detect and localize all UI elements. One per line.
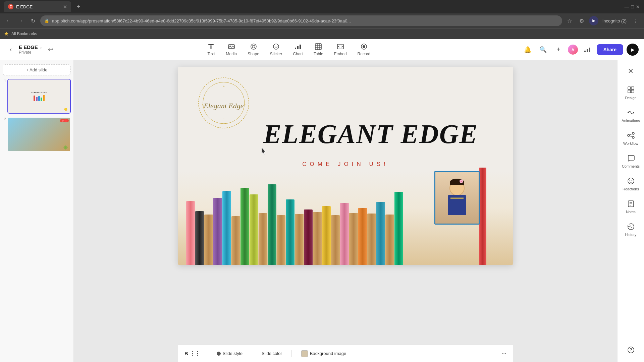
browser-controls: ← → ↻ 🔒 app.pitch.com/app/presentation/5… bbox=[0, 13, 644, 28]
toolbar: Text Media Shape bbox=[61, 41, 516, 58]
extensions-btn[interactable]: ⚙ bbox=[577, 16, 586, 25]
search-btn[interactable]: 🔍 bbox=[537, 44, 549, 56]
share-button[interactable]: Share bbox=[597, 44, 623, 55]
svg-point-41 bbox=[631, 180, 632, 181]
slide-style-icon bbox=[217, 352, 221, 356]
svg-rect-8 bbox=[297, 46, 299, 49]
svg-point-32 bbox=[628, 112, 629, 113]
tool-media[interactable]: Media bbox=[221, 41, 241, 58]
slide-canvas[interactable]: ✦ ✦ ✦ ✦ Elegant Edge ELEGANT EDGE COME bbox=[178, 67, 513, 265]
svg-point-17 bbox=[363, 45, 365, 48]
browser-tab[interactable]: E E EDGE ✕ bbox=[4, 1, 71, 12]
svg-rect-20 bbox=[589, 48, 590, 52]
svg-text:Elegant Edge: Elegant Edge bbox=[203, 102, 244, 110]
sidebar-item-help[interactable]: ? bbox=[619, 342, 643, 358]
svg-line-37 bbox=[630, 134, 632, 135]
tab-close-btn[interactable]: ✕ bbox=[63, 4, 67, 9]
reactions-label: Reactions bbox=[623, 187, 639, 191]
tool-chart[interactable]: Chart bbox=[288, 41, 308, 58]
more-options-btn[interactable]: ··· bbox=[501, 350, 506, 357]
background-image-label: Background image bbox=[310, 351, 346, 356]
add-slide-btn[interactable]: + Add slide bbox=[3, 64, 71, 75]
new-tab-btn[interactable]: + bbox=[74, 2, 83, 11]
svg-rect-18 bbox=[584, 51, 586, 52]
minimize-btn[interactable]: — bbox=[625, 4, 629, 9]
svg-point-6 bbox=[273, 44, 279, 49]
tool-text[interactable]: Text bbox=[202, 41, 220, 58]
bold-indicator: B ⋮⋮ bbox=[184, 350, 200, 357]
menu-btn[interactable]: ⋮ bbox=[631, 16, 640, 25]
background-image-btn[interactable]: Background image bbox=[299, 349, 349, 358]
forward-btn[interactable]: → bbox=[16, 16, 25, 25]
url-text: app.pitch.com/app/presentation/58f67c22-… bbox=[52, 18, 558, 23]
slide-color-btn[interactable]: Slide color bbox=[259, 350, 285, 357]
sidebar-item-animations[interactable]: Animations bbox=[619, 105, 643, 126]
profile-btn[interactable]: In bbox=[589, 16, 598, 25]
sidebar-item-comments[interactable]: Comments bbox=[619, 150, 643, 172]
reload-btn[interactable]: ↻ bbox=[28, 16, 38, 25]
project-chevron-icon[interactable]: ⌄ bbox=[39, 45, 43, 50]
slide-style-label: Slide style bbox=[223, 351, 243, 356]
sidebar-item-workflow[interactable]: Workflow bbox=[619, 127, 643, 149]
animations-icon bbox=[626, 108, 636, 117]
slide-number-2: 2 bbox=[4, 117, 6, 121]
svg-point-5 bbox=[252, 45, 255, 48]
undo-btn[interactable]: ↩ bbox=[45, 44, 56, 55]
sidebar-item-notes[interactable]: Notes bbox=[619, 196, 643, 217]
history-label: History bbox=[625, 233, 636, 237]
animations-label: Animations bbox=[622, 119, 640, 123]
svg-rect-19 bbox=[587, 49, 588, 52]
bookmarks-bar: ★ All Bookmarks bbox=[0, 28, 644, 39]
profile-count: Incognito (2) bbox=[601, 18, 628, 23]
tool-embed[interactable]: Embed bbox=[329, 41, 352, 58]
bookmarks-label[interactable]: All Bookmarks bbox=[9, 32, 40, 36]
back-btn[interactable]: ← bbox=[4, 16, 13, 25]
play-presentation-btn[interactable]: ▶ bbox=[627, 44, 639, 56]
project-info: E EDGE ⌄ Private bbox=[19, 44, 43, 55]
maximize-btn[interactable]: □ bbox=[631, 4, 634, 9]
svg-point-33 bbox=[633, 112, 634, 113]
comments-icon bbox=[626, 154, 636, 163]
app-header: ‹ E EDGE ⌄ Private ↩ Text bbox=[0, 39, 644, 60]
slide-style-btn[interactable]: Slide style bbox=[214, 350, 245, 357]
tool-table[interactable]: Table bbox=[309, 41, 328, 58]
help-btn-container: ? bbox=[619, 342, 643, 358]
svg-point-39 bbox=[628, 178, 634, 184]
right-sidebar: ✕ Design Animations bbox=[617, 60, 644, 362]
user-avatar: A bbox=[568, 45, 578, 55]
slide-thumb-1[interactable]: ELEGANT EDGE 🙂 bbox=[7, 79, 71, 114]
workflow-icon bbox=[626, 131, 636, 140]
tool-record[interactable]: Record bbox=[353, 41, 375, 58]
sticker-figure[interactable]: 🌸 bbox=[434, 171, 480, 225]
slide-item-2[interactable]: 2 ✳️ bbox=[3, 117, 71, 152]
notification-btn[interactable]: 🔔 bbox=[522, 44, 534, 56]
sidebar-close-btn[interactable]: ✕ bbox=[624, 64, 638, 78]
divider-1 bbox=[207, 350, 207, 357]
close-btn[interactable]: ✕ bbox=[636, 4, 640, 9]
canvas-area: ✦ ✦ ✦ ✦ Elegant Edge ELEGANT EDGE COME bbox=[74, 60, 617, 362]
slide-item-1[interactable]: 1 ELEGANT EDGE bbox=[3, 79, 71, 114]
tool-sticker[interactable]: Sticker bbox=[265, 41, 287, 58]
design-icon bbox=[626, 85, 636, 95]
tool-shape-label: Shape bbox=[248, 52, 259, 56]
svg-line-47 bbox=[631, 227, 632, 228]
comments-label: Comments bbox=[622, 164, 640, 168]
tool-shape[interactable]: Shape bbox=[243, 41, 264, 58]
slide-number-1: 1 bbox=[4, 79, 6, 83]
svg-rect-1 bbox=[211, 45, 212, 49]
sidebar-item-reactions[interactable]: Reactions bbox=[619, 173, 643, 194]
slide-thumb-2[interactable]: ✳️ bbox=[7, 117, 71, 152]
add-btn[interactable]: + bbox=[552, 44, 565, 56]
svg-rect-29 bbox=[631, 87, 634, 89]
bookmark-star-btn[interactable]: ☆ bbox=[565, 16, 574, 25]
sidebar-item-design[interactable]: Design bbox=[619, 82, 643, 103]
tab-favicon: E bbox=[8, 4, 13, 9]
tool-embed-label: Embed bbox=[334, 52, 347, 56]
sidebar-item-history[interactable]: History bbox=[619, 219, 643, 240]
analytics-btn[interactable] bbox=[581, 44, 593, 56]
svg-line-38 bbox=[630, 136, 632, 137]
nav-back-btn[interactable]: ‹ bbox=[5, 44, 16, 55]
address-bar[interactable]: 🔒 app.pitch.com/app/presentation/58f67c2… bbox=[40, 15, 562, 26]
svg-text:✦: ✦ bbox=[223, 118, 225, 120]
divider-3 bbox=[291, 350, 292, 357]
